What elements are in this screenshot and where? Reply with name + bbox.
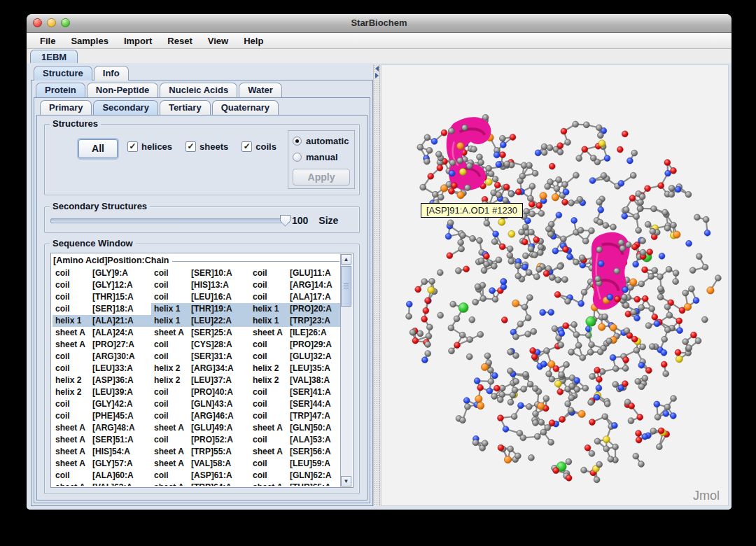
sequence-cell[interactable]: sheet A[TRP]64:A [151,482,250,486]
tab-non-peptide[interactable]: Non-Peptide [87,83,159,97]
sequence-cell[interactable]: coil[TRP]47:A [250,410,340,422]
menu-item-samples[interactable]: Samples [63,36,115,46]
zoom-button[interactable] [61,18,70,27]
checkbox-helices[interactable]: ✓helices [127,141,172,152]
sequence-cell[interactable]: coil[ARG]46:A [151,410,250,422]
close-button[interactable] [33,18,42,27]
checkbox-coils[interactable]: ✓coils [241,141,276,152]
tab-1ebm[interactable]: 1EBM [30,50,78,64]
sequence-cell[interactable]: coil[PRO]40:A [151,386,250,398]
tab-water[interactable]: Water [239,83,282,97]
sequence-cell[interactable]: sheet A[THR]65:A [250,482,340,486]
sequence-cell[interactable]: sheet A[SER]25:A [151,327,250,339]
sequence-cell[interactable]: sheet A[ARG]48:A [52,422,151,434]
sequence-scrollbar[interactable]: ▲ ▼ [340,254,352,486]
radio-manual[interactable]: manual [293,149,350,165]
minimize-button[interactable] [47,18,56,27]
sequence-cell[interactable]: coil[SER]18:A [52,303,151,315]
sequence-cell[interactable]: sheet A[ILE]26:A [250,327,340,339]
sequence-cell[interactable]: coil[LEU]59:A [250,458,340,470]
sequence-cell[interactable]: coil[CYS]28:A [151,339,250,351]
sequence-cell[interactable]: coil[ARG]30:A [52,351,151,363]
collapse-left-icon[interactable] [375,66,379,71]
checkbox-sheets[interactable]: ✓sheets [186,141,228,152]
sequence-cell[interactable]: coil[ALA]53:A [250,434,340,446]
jmol-viewer[interactable]: [ASP]91:A.OD1 #1230 Jmol [381,64,729,506]
sequence-cell[interactable]: helix 1[ALA]21:A [52,315,151,327]
sequence-cell[interactable]: sheet A[GLN]50:A [250,422,340,434]
sequence-cell[interactable]: helix 1[LEU]22:A [151,315,250,327]
tab-tertiary[interactable]: Tertiary [160,100,211,115]
sequence-cell[interactable]: coil[ARG]14:A [250,279,340,291]
sequence-cell[interactable]: coil[SER]10:A [151,267,250,279]
sequence-cell[interactable]: coil[GLU]11:A [250,267,340,279]
sequence-cell[interactable]: sheet A[GLU]49:A [151,422,250,434]
sequence-cell[interactable]: helix 1[TRP]23:A [250,315,340,327]
sequence-cell[interactable]: helix 1[THR]19:A [151,303,250,315]
sequence-cell[interactable]: coil[GLN]43:A [151,398,250,410]
checkbox-box-icon[interactable]: ✓ [186,141,196,152]
checkbox-box-icon[interactable]: ✓ [127,141,138,152]
tab-structure[interactable]: Structure [34,66,92,80]
sequence-cell[interactable]: coil[ALA]60:A [52,470,151,482]
menu-item-help[interactable]: Help [236,36,271,46]
sequence-cell[interactable]: coil[SER]31:A [151,351,250,363]
scrollbar-thumb[interactable] [341,266,351,307]
sequence-cell[interactable]: helix 2[LEU]37:A [151,374,250,386]
sequence-cell[interactable]: coil[LEU]16:A [151,291,250,303]
split-pane-divider[interactable] [373,64,380,506]
radio-automatic[interactable]: automatic [293,133,350,149]
scroll-down-button[interactable]: ▼ [341,476,351,486]
tab-primary[interactable]: Primary [40,100,92,115]
sequence-cell[interactable]: coil[PRO]29:A [250,339,340,351]
sequence-cell[interactable]: coil[GLY]12:A [52,279,151,291]
size-slider-thumb[interactable] [280,215,290,227]
sequence-cell[interactable]: sheet A[PRO]27:A [52,339,151,351]
sequence-cell[interactable]: coil[ASP]61:A [151,470,250,482]
sequence-cell[interactable]: coil[LEU]33:A [52,363,151,374]
tab-nucleic-acids[interactable]: Nucleic Acids [160,83,237,97]
size-slider[interactable] [50,218,290,223]
sequence-cell[interactable]: sheet A[VAL]58:A [151,458,250,470]
title-bar[interactable]: StarBiochem [27,14,732,33]
sequence-cell[interactable]: coil[GLY]9:A [52,267,151,279]
sequence-cell[interactable]: coil[SER]44:A [250,398,340,410]
tab-secondary[interactable]: Secondary [93,100,158,115]
sequence-cell[interactable]: sheet A[ALA]24:A [52,327,151,339]
sequence-cell[interactable]: sheet A[SER]51:A [52,434,151,446]
sequence-cell[interactable]: coil[HIS]13:A [151,279,250,291]
menu-item-file[interactable]: File [32,36,63,46]
sequence-cell[interactable]: coil[SER]41:A [250,386,340,398]
menu-item-view[interactable]: View [200,36,236,46]
tab-quaternary[interactable]: Quaternary [212,100,279,115]
sequence-cell[interactable]: coil[PHE]45:A [52,410,151,422]
collapse-right-icon[interactable] [375,73,379,78]
sequence-cell[interactable]: sheet A[SER]56:A [250,446,340,458]
sequence-cell[interactable]: sheet A[HIS]54:A [52,446,151,458]
radio-circle-icon[interactable] [293,136,302,146]
sequence-cell[interactable]: coil[PRO]52:A [151,434,250,446]
all-button[interactable]: All [78,139,118,158]
sequence-cell[interactable]: coil[THR]15:A [52,291,151,303]
sequence-cell[interactable]: helix 2[VAL]38:A [250,374,340,386]
tab-protein[interactable]: Protein [36,83,85,97]
menu-item-import[interactable]: Import [116,36,160,46]
sequence-cell[interactable]: sheet A[GLY]57:A [52,458,151,470]
checkbox-box-icon[interactable]: ✓ [241,141,252,152]
sequence-cell[interactable]: coil[GLN]62:A [250,470,340,482]
sequence-cell[interactable]: coil[GLY]42:A [52,398,151,410]
scroll-up-button[interactable]: ▲ [341,254,351,265]
sequence-cell[interactable]: helix 2[ASP]36:A [52,374,151,386]
radio-circle-icon[interactable] [293,153,302,162]
sequence-cell[interactable]: helix 2[LEU]35:A [250,363,340,374]
sequence-cell[interactable]: helix 2[ARG]34:A [151,363,250,374]
sequence-cell[interactable]: sheet A[VAL]63:A [52,482,151,486]
sequence-cell[interactable]: sheet A[TRP]55:A [151,446,250,458]
menu-item-reset[interactable]: Reset [160,36,200,46]
sequence-cell[interactable]: coil[GLU]32:A [250,351,340,363]
sequence-cell[interactable]: helix 1[PRO]20:A [250,303,340,315]
molecule-canvas[interactable] [382,65,728,505]
sequence-cell[interactable]: coil[ALA]17:A [250,291,340,303]
apply-button[interactable]: Apply [293,169,350,186]
tab-info[interactable]: Info [94,66,129,80]
